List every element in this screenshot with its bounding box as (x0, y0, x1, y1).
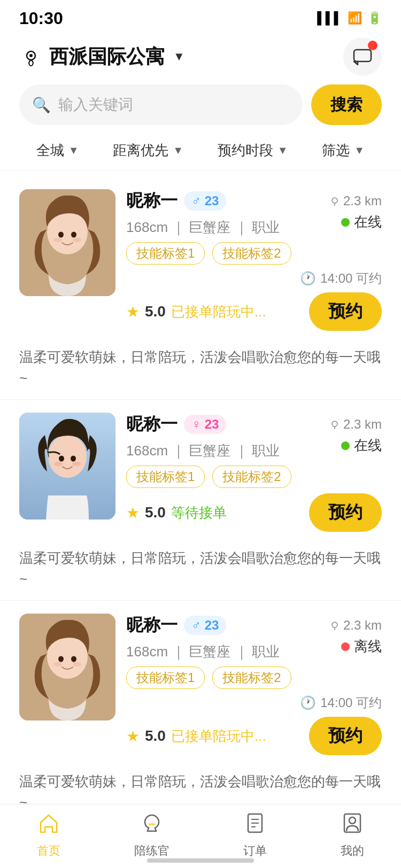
tag-2-1: 技能标签2 (212, 666, 291, 689)
message-button[interactable] (343, 37, 382, 76)
svg-point-16 (72, 462, 81, 466)
distance-1: 2.3 km (329, 417, 382, 432)
tag-2-0: 技能标签1 (126, 666, 205, 689)
distance-text-0: 2.3 km (343, 193, 382, 208)
tag-0-1: 技能标签2 (212, 242, 291, 265)
status-bar: 10:30 ▌▌▌ 📶 🔋 (0, 0, 401, 32)
svg-point-13 (59, 456, 64, 462)
home-icon (37, 812, 60, 840)
tag-0-0: 技能标签1 (126, 242, 205, 265)
clock-icon-2: 🕐 (300, 695, 316, 710)
card-1[interactable]: 昵称一 ♀ 23 2.3 km 168cm ｜ 巨蟹座 ｜ 职业 在线 (0, 400, 401, 601)
distance-text-2: 2.3 km (343, 618, 382, 633)
filter-more[interactable]: 筛选 ▼ (322, 141, 365, 160)
nav-home-label: 首页 (37, 843, 60, 859)
message-badge (368, 41, 377, 50)
nav-coach[interactable]: 陪练官 (134, 812, 169, 859)
profile-icon (341, 812, 364, 840)
home-indicator (147, 858, 254, 863)
svg-point-5 (58, 232, 64, 238)
svg-point-14 (71, 456, 76, 462)
card-info-2: 昵称一 ♂ 23 2.3 km 168cm ｜ 巨蟹座 ｜ 职业 离线 (126, 614, 382, 755)
svg-point-9 (332, 198, 337, 203)
nav-profile[interactable]: 我的 (341, 812, 364, 859)
tag-1-1: 技能标签2 (212, 466, 291, 488)
wifi-icon: 📶 (348, 11, 362, 25)
star-rating-0: ★ 5.0 已接单陪玩中... (126, 303, 266, 321)
filter-timeslot[interactable]: 预约时段 ▼ (218, 141, 288, 160)
name-gender-1: 昵称一 ♀ 23 (126, 413, 226, 436)
cards-container: 昵称一 ♂ 23 2.3 km 168cm ｜ 巨蟹座 ｜ 职业 在线 (0, 176, 401, 868)
signal-icon: ▌▌▌ (317, 11, 342, 25)
book-button-1[interactable]: 预约 (309, 493, 382, 532)
status-label-1: 等待接单 (171, 503, 227, 522)
name-gender-0: 昵称一 ♂ 23 (126, 189, 226, 213)
card-main-1: 昵称一 ♀ 23 2.3 km 168cm ｜ 巨蟹座 ｜ 职业 在线 (19, 413, 382, 540)
svg-point-12 (48, 435, 87, 478)
nav-home[interactable]: 首页 (37, 812, 60, 859)
search-bar: 🔍 输入关键词 搜索 (0, 84, 401, 125)
status-label-0: 已接单陪玩中... (171, 303, 266, 321)
card-bottom-row-2: ★ 5.0 已接单陪玩中... 预约 (126, 717, 382, 755)
distance-0: 2.3 km (329, 193, 382, 208)
rating-num-0: 5.0 (145, 303, 166, 320)
book-button-0[interactable]: 预约 (309, 292, 382, 331)
tags-row-0: 技能标签1技能标签2 (126, 242, 382, 265)
search-button[interactable]: 搜索 (311, 84, 382, 125)
online-row-2: 离线 (341, 637, 382, 656)
location-dropdown-arrow: ▼ (173, 50, 185, 64)
svg-point-15 (54, 462, 63, 466)
online-row-0: 在线 (341, 213, 382, 231)
card-info-0: 昵称一 ♂ 23 2.3 km 168cm ｜ 巨蟹座 ｜ 职业 在线 (126, 189, 382, 331)
card-top-row-1: 昵称一 ♀ 23 2.3 km (126, 413, 382, 436)
filter-city[interactable]: 全城 ▼ (36, 141, 79, 160)
svg-point-24 (332, 622, 337, 627)
svg-point-17 (332, 421, 337, 427)
filter-bar: 全城 ▼ 距离优先 ▼ 预约时段 ▼ 筛选 ▼ (0, 136, 401, 171)
status-label-2: 已接单陪玩中... (171, 727, 266, 746)
svg-rect-2 (354, 50, 371, 61)
card-avatar-1 (19, 413, 115, 520)
star-icon-1: ★ (126, 504, 140, 522)
card-desc-0: 温柔可爱软萌妹，日常陪玩，活泼会唱歌治愈您的每一天哦~ (19, 339, 382, 399)
status-icons: ▌▌▌ 📶 🔋 (317, 11, 382, 25)
tag-1-0: 技能标签1 (126, 466, 205, 488)
filter-distance[interactable]: 距离优先 ▼ (113, 141, 183, 160)
card-meta-1: 168cm ｜ 巨蟹座 ｜ 职业 (126, 441, 280, 460)
star-icon-0: ★ (126, 303, 140, 321)
card-2[interactable]: 昵称一 ♂ 23 2.3 km 168cm ｜ 巨蟹座 ｜ 职业 离线 (0, 601, 401, 824)
online-text-0: 在线 (354, 213, 382, 231)
online-row-1: 在线 (341, 436, 382, 455)
filter-more-label: 筛选 (322, 141, 350, 160)
distance-text-1: 2.3 km (343, 417, 382, 432)
svg-point-20 (58, 656, 64, 662)
nav-order-label: 订单 (243, 843, 267, 859)
time-row-2: 🕐 14:00 可约 (126, 694, 382, 711)
card-desc-1: 温柔可爱软萌妹，日常陪玩，活泼会唱歌治愈您的每一天哦~ (19, 540, 382, 600)
search-input-wrap[interactable]: 🔍 输入关键词 (19, 84, 303, 125)
book-button-2[interactable]: 预约 (309, 717, 382, 755)
nav-order[interactable]: 订单 (243, 812, 267, 859)
star-rating-2: ★ 5.0 已接单陪玩中... (126, 727, 266, 746)
time-label-2: 14:00 可约 (320, 694, 382, 711)
svg-point-6 (71, 232, 76, 238)
card-name-1: 昵称一 (126, 413, 178, 436)
search-icon: 🔍 (32, 96, 51, 114)
location-area[interactable]: 西派国际公寓 ▼ (19, 44, 185, 70)
tags-row-1: 技能标签1技能标签2 (126, 466, 382, 488)
card-0[interactable]: 昵称一 ♂ 23 2.3 km 168cm ｜ 巨蟹座 ｜ 职业 在线 (0, 176, 401, 400)
card-main-2: 昵称一 ♂ 23 2.3 km 168cm ｜ 巨蟹座 ｜ 职业 离线 (19, 614, 382, 764)
name-gender-2: 昵称一 ♂ 23 (126, 614, 226, 637)
card-info-1: 昵称一 ♀ 23 2.3 km 168cm ｜ 巨蟹座 ｜ 职业 在线 (126, 413, 382, 532)
star-rating-1: ★ 5.0 等待接单 (126, 503, 227, 522)
svg-point-7 (53, 238, 62, 242)
nav-coach-label: 陪练官 (134, 843, 169, 859)
card-meta-0: 168cm ｜ 巨蟹座 ｜ 职业 (126, 218, 280, 237)
filter-timeslot-label: 预约时段 (218, 141, 273, 160)
online-dot-0 (341, 218, 350, 227)
search-input[interactable]: 输入关键词 (58, 95, 133, 115)
online-dot-2 (341, 642, 350, 651)
rating-num-2: 5.0 (145, 727, 166, 745)
gender-badge-2: ♂ 23 (184, 616, 226, 635)
card-name-0: 昵称一 (126, 189, 178, 213)
